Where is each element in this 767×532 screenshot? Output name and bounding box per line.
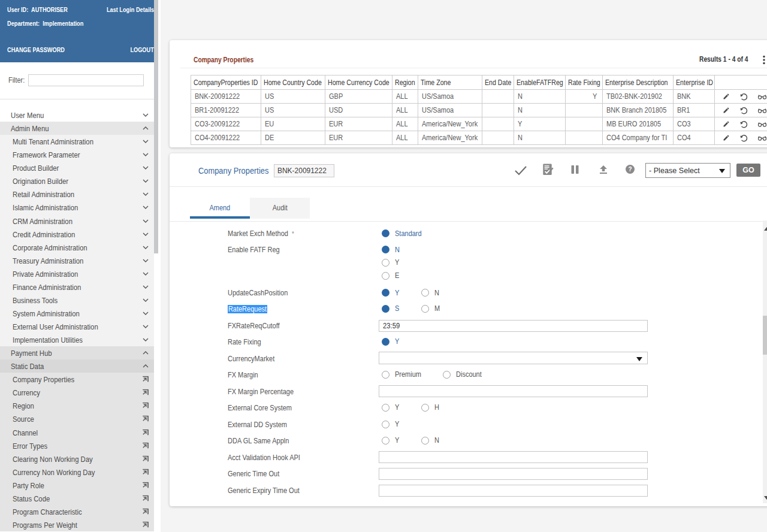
svg-text:?: ? [628,166,632,173]
